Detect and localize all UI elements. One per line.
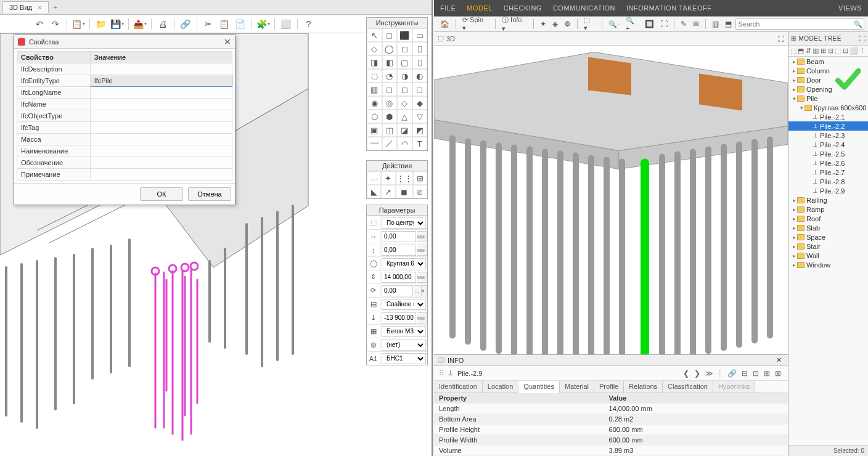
toolbar-button[interactable]: ⬒ (723, 18, 734, 30)
info-nav-button[interactable]: ⊠ (773, 368, 783, 379)
toolbar-button[interactable]: 📋 (217, 17, 232, 31)
menu-item[interactable]: INFORMATION TAKEOFF (626, 4, 711, 12)
param-select[interactable]: БНС1 (382, 353, 426, 364)
cancel-button[interactable]: Отмена (188, 187, 231, 201)
palette-tool[interactable]: ▣ (367, 123, 382, 137)
prop-value[interactable] (90, 169, 232, 181)
palette-tool[interactable]: ◉ (367, 96, 382, 110)
tree-twisty-icon[interactable]: ▸ (791, 234, 797, 240)
tree-twisty-icon[interactable]: ▾ (791, 96, 797, 102)
search-box[interactable]: 🔍 (735, 18, 865, 30)
param-input[interactable] (382, 312, 416, 324)
prop-value[interactable] (90, 87, 232, 99)
tree-twisty-icon[interactable]: ▸ (791, 206, 797, 213)
info-nav-button[interactable]: ≫ (703, 368, 715, 379)
param-input[interactable] (382, 285, 413, 296)
tree-twisty-icon[interactable]: ▸ (791, 253, 797, 259)
prop-value[interactable] (90, 157, 232, 169)
info-tab[interactable]: Profile (594, 381, 624, 393)
menu-item[interactable]: CHECKING (504, 4, 542, 12)
tree-tool-button[interactable]: ⇵ (805, 47, 811, 55)
ok-button[interactable]: ОК (140, 187, 183, 201)
palette-tool[interactable]: ·.· (367, 171, 381, 185)
param-input[interactable] (382, 245, 416, 256)
view3d-viewport[interactable] (434, 46, 788, 354)
tree-node[interactable]: ▸Window (788, 260, 868, 269)
toolbar-button[interactable]: ↷ (48, 17, 63, 31)
tree-node[interactable]: ▸Stair (788, 242, 868, 251)
param-select[interactable]: Свайное поле (382, 299, 426, 310)
prop-value[interactable] (90, 122, 232, 134)
tree-node[interactable]: ▸Wall (788, 251, 868, 260)
info-close-icon[interactable]: ✕ (774, 356, 784, 364)
menu-item[interactable]: COMMUNICATION (553, 4, 615, 12)
tree-twisty-icon[interactable]: ▸ (791, 216, 797, 222)
info-nav-button[interactable]: ⊡ (751, 368, 761, 379)
add-tab-button[interactable]: + (49, 1, 62, 14)
toolbar-button[interactable]: ⚙ (562, 18, 573, 30)
palette-tool[interactable]: ◩ (412, 123, 428, 137)
palette-tool[interactable]: ▥ (367, 83, 382, 96)
palette-tool[interactable]: ◇ (367, 42, 382, 55)
toolbar-button[interactable]: ✎ (678, 18, 689, 30)
toolbar-button[interactable]: ✉ (690, 18, 702, 30)
palette-tool[interactable]: ⌷ (412, 55, 428, 69)
param-select[interactable]: Круглая 600x6 (382, 258, 426, 269)
tree-node[interactable]: ▸Door (788, 75, 868, 84)
palette-tool[interactable]: ◻ (397, 42, 412, 55)
tree-node[interactable]: ▾Pile (788, 94, 868, 103)
palette-tool[interactable]: ◫ (382, 123, 398, 137)
toolbar-button[interactable]: ◈ (550, 18, 560, 30)
tree-node[interactable]: ▸Railing (788, 195, 868, 205)
tree-tool-button[interactable]: ⊡ (842, 47, 848, 55)
palette-tool[interactable]: ◇ (397, 96, 412, 110)
tree-node[interactable]: ⊥Pile.-2.4 (788, 140, 868, 149)
palette-tool[interactable]: ▽ (412, 110, 428, 123)
tree-max-icon[interactable]: ⛶ (859, 35, 866, 42)
palette-tool[interactable]: ◻ (382, 83, 398, 96)
palette-tool[interactable]: ⬡ (367, 110, 382, 123)
property-row[interactable]: IfcObjectType (17, 110, 232, 122)
toolbar-button[interactable]: 🖨 (155, 17, 170, 31)
toolbar-button[interactable]: 🔍+ (623, 18, 641, 30)
palette-tool[interactable]: ⬢ (382, 110, 398, 123)
param-input[interactable] (382, 231, 416, 242)
info-tab[interactable]: Identification (434, 381, 483, 393)
tree-tool-button[interactable]: ⋮ (859, 47, 866, 55)
toolbar-button[interactable]: ⛶ (658, 18, 670, 30)
prop-value[interactable] (90, 99, 232, 110)
tree-node[interactable]: ▸Space (788, 232, 868, 242)
tree-twisty-icon[interactable]: ▾ (798, 105, 805, 111)
info-nav-button[interactable]: ⊟ (740, 368, 750, 379)
tree-node[interactable]: ▸Beam (788, 57, 868, 66)
tree-tool-button[interactable]: ⬚ (835, 47, 841, 55)
info-tab[interactable]: Quantities (518, 381, 560, 393)
prop-value[interactable] (90, 145, 232, 157)
tree-tool-button[interactable]: ⊟ (827, 47, 833, 55)
tree-node[interactable]: ⊥Pile.-2.3 (788, 131, 868, 140)
property-row[interactable]: IfcTag (17, 122, 232, 134)
palette-tool[interactable]: ◪ (397, 123, 412, 137)
info-nav-button[interactable]: ⊞ (762, 368, 772, 379)
toolbar-button[interactable]: ⟳ Spin ▾ (460, 18, 491, 30)
menu-item[interactable]: MODEL (467, 4, 493, 12)
property-row[interactable]: IfcLongName (17, 87, 232, 99)
info-tab[interactable]: Relations (624, 381, 663, 393)
property-row[interactable]: IfcName (17, 99, 232, 110)
info-tab[interactable]: Location (483, 381, 519, 393)
menu-item[interactable]: FILE (440, 4, 456, 12)
property-row[interactable]: Примечание (17, 169, 232, 181)
tree-node[interactable]: ⊥Pile.-2.9 (788, 186, 868, 195)
maximize-icon[interactable]: ⛶ (777, 35, 784, 43)
search-input[interactable] (736, 20, 853, 28)
palette-tool[interactable]: ◻ (412, 83, 428, 96)
palette-tool[interactable]: ⋮⋮ (396, 171, 413, 185)
palette-tool[interactable]: ◑ (397, 69, 412, 83)
toolbar-button[interactable]: ⓘ Info ▾ (499, 18, 530, 30)
prop-value[interactable] (90, 63, 232, 75)
property-row[interactable]: Обозначение (17, 157, 232, 169)
param-select[interactable]: По центру (382, 218, 426, 229)
palette-tool[interactable]: ◎ (382, 96, 398, 110)
palette-tool[interactable]: ⌷ (412, 42, 428, 55)
tree-node[interactable]: ⊥Pile.-2.1 (788, 112, 868, 121)
